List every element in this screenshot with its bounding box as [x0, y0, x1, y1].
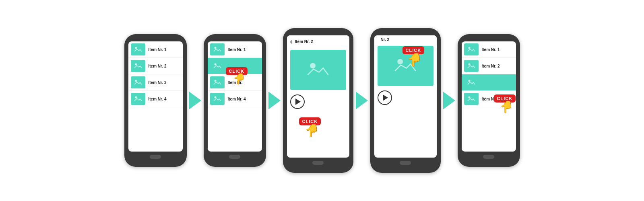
detail-header: ‹ Item Nr. 2 [287, 35, 349, 48]
detail-header: Nr. 2 [374, 35, 437, 44]
item-label: Item Nr. 4 [149, 97, 167, 101]
hand-cursor-icon: 👇 [500, 102, 514, 113]
detail-title: Nr. 2 [381, 37, 390, 42]
back-arrow-icon[interactable]: ‹ [290, 37, 293, 46]
phone3-wrapper: ‹ Item Nr. 2 [283, 28, 353, 173]
detail-image [290, 50, 346, 90]
item-label: Item Nr. 1 [482, 47, 500, 52]
home-button [229, 155, 240, 159]
phone1-wrapper: Item Nr. 1 Item Nr. 2 Item Nr. 3 [124, 34, 187, 167]
thumb-icon [131, 76, 145, 88]
play-triangle-icon [295, 98, 301, 105]
thumb-icon [210, 76, 225, 88]
phone2: Item Nr. 1 Item Nr. [204, 34, 266, 167]
phone2-screen: Item Nr. 1 Item Nr. [208, 41, 262, 152]
arrow-shape [443, 92, 455, 109]
home-button [150, 155, 161, 159]
thumb-icon [131, 43, 145, 55]
phone1-screen: Item Nr. 1 Item Nr. 2 Item Nr. 3 [128, 41, 183, 152]
svg-rect-2 [306, 60, 330, 79]
list-item-5-2: Item Nr. 2 [462, 58, 516, 74]
item-label: Item Nr. 4 [228, 97, 246, 101]
thumb-icon [131, 93, 145, 105]
list-item-5-1: Item Nr. 1 [462, 41, 516, 58]
phone4-wrapper: Nr. 2 [370, 28, 441, 173]
phone2-wrapper: Item Nr. 1 Item Nr. [204, 34, 266, 167]
play-button[interactable] [378, 90, 392, 105]
arrow-2 [268, 92, 281, 109]
svg-point-3 [310, 63, 316, 68]
hand-cursor-icon: 👇 [233, 74, 246, 84]
home-button [400, 161, 411, 165]
item-label: Item Nr. 1 [149, 47, 167, 52]
item-label: Item Nr. 1 [228, 47, 246, 52]
hand-cursor-icon: 👇 [407, 53, 423, 66]
list-item-1-1: Item Nr. 1 [128, 41, 183, 58]
play-btn-row [287, 92, 349, 111]
phone3: ‹ Item Nr. 2 [283, 28, 353, 173]
hand-cursor-icon: 👇 [305, 125, 320, 137]
item-label: Item Nr. 3 [149, 80, 167, 85]
arrow-1 [189, 92, 201, 109]
detail-screen: ‹ Item Nr. 2 [287, 35, 349, 111]
list-item-5-3[interactable] [462, 74, 516, 91]
arrow-shape [356, 92, 368, 109]
thumb-icon [210, 93, 225, 105]
home-button [312, 161, 324, 165]
phone1: Item Nr. 1 Item Nr. 2 Item Nr. 3 [124, 34, 187, 167]
arrow-shape [189, 92, 201, 109]
diagram: Item Nr. 1 Item Nr. 2 Item Nr. 3 [0, 0, 644, 201]
thumb-icon [210, 60, 225, 72]
thumb-icon [210, 43, 225, 55]
home-button [483, 155, 494, 159]
play-triangle-icon [383, 94, 388, 101]
arrow-4 [443, 92, 455, 109]
arrow-3 [356, 92, 368, 109]
click-overlay-phone5: CLICK 👇 [494, 94, 516, 113]
list-item-1-3: Item Nr. 3 [128, 74, 183, 91]
arrow-shape [268, 92, 281, 109]
thumb-icon [464, 93, 479, 105]
click-overlay-phone3: CLICK 👇 [299, 117, 321, 137]
list-item-2-1: Item Nr. 1 [208, 41, 262, 58]
item-label: Item Nr. 2 [149, 64, 167, 68]
click-overlay-phone2: CLICK 👇 [226, 67, 248, 84]
play-btn-row [374, 88, 437, 107]
phone5-wrapper: Item Nr. 1 Item Nr. 2 [458, 34, 520, 167]
list-item-1-2: Item Nr. 2 [128, 58, 183, 74]
item-label: Item Nr. 2 [482, 64, 500, 68]
click-overlay-phone4: CLICK 👇 [402, 46, 425, 66]
list-item-1-4: Item Nr. 4 [128, 91, 183, 107]
thumb-icon [131, 60, 145, 72]
list-item-2-4: Item Nr. 4 [208, 91, 262, 107]
play-button[interactable] [290, 94, 305, 109]
phone3-screen: ‹ Item Nr. 2 [287, 35, 349, 158]
thumb-icon [464, 43, 479, 55]
detail-title: Item Nr. 2 [295, 39, 313, 44]
thumb-icon [464, 60, 479, 72]
thumb-icon [464, 76, 479, 88]
